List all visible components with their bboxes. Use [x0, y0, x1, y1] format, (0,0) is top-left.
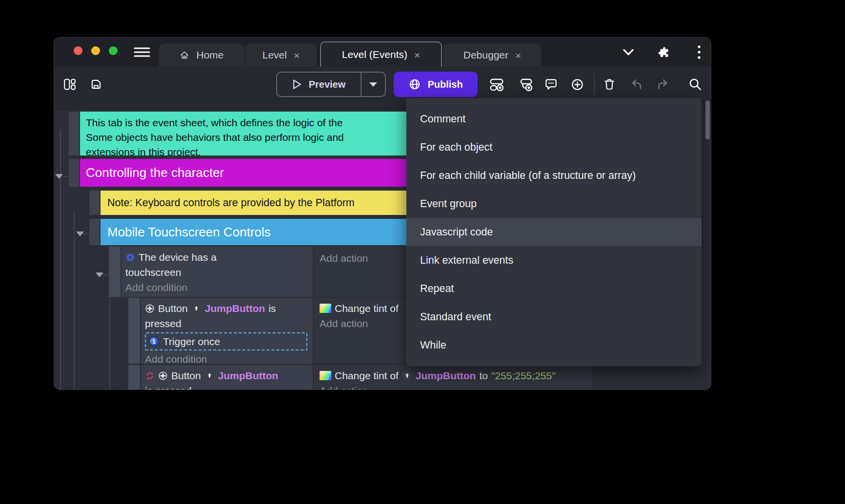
- play-icon: [292, 79, 302, 90]
- comment-margin[interactable]: [69, 112, 79, 155]
- toggle-panels-button[interactable]: [60, 74, 80, 95]
- tab-close-icon[interactable]: ×: [515, 50, 521, 60]
- event-action-cell[interactable]: Change tint of JumpButton to "255;255;25…: [314, 365, 592, 390]
- object-name: JumpButton: [205, 301, 265, 316]
- redo-icon: [657, 78, 669, 91]
- add-action-link[interactable]: Add action: [320, 383, 587, 390]
- tree-guide-line: [74, 211, 75, 389]
- search-button[interactable]: [685, 74, 705, 95]
- preview-split-button: Preview: [276, 72, 386, 97]
- minimize-window-button[interactable]: [91, 46, 100, 55]
- condition-text: is: [268, 301, 276, 316]
- event-margin[interactable]: [128, 365, 140, 390]
- preview-button[interactable]: Preview: [277, 73, 361, 96]
- menu-item-comment[interactable]: Comment: [406, 105, 702, 133]
- tab-debugger[interactable]: Debugger ×: [443, 43, 541, 67]
- event-condition-cell[interactable]: Button JumpButton is pressed: [141, 365, 313, 390]
- gamepad-object-icon: [145, 304, 155, 313]
- note-margin[interactable]: [89, 191, 100, 215]
- plus-circle-icon: [571, 78, 584, 91]
- kebab-menu-icon: [697, 45, 701, 59]
- jumpbutton-sprite-icon: [204, 370, 215, 381]
- tint-effect-icon: [320, 371, 331, 380]
- tree-guide-line: [109, 298, 110, 389]
- menu-item-for-each-object[interactable]: For each object: [406, 133, 702, 161]
- trigger-once-icon: 1: [149, 336, 159, 347]
- menu-item-event-group[interactable]: Event group: [406, 190, 702, 218]
- condition-text: Button: [158, 301, 188, 316]
- tree-guide-line: [60, 130, 61, 389]
- add-event-icon: [490, 78, 503, 91]
- condition-text: touchscreen: [125, 265, 309, 280]
- add-subevent-button[interactable]: [515, 74, 536, 95]
- selected-condition-trigger-once[interactable]: 1 Trigger once: [145, 332, 307, 350]
- action-text: Change tint of: [335, 368, 399, 383]
- main-menu-button[interactable]: [134, 45, 150, 59]
- add-condition-link[interactable]: Add condition: [125, 280, 309, 295]
- action-text: Change tint of: [335, 301, 399, 316]
- desktop: Home Level × Level (Events) × Debugger ×: [0, 0, 845, 504]
- home-icon: [180, 50, 189, 60]
- save-button[interactable]: [86, 74, 106, 95]
- add-comment-button[interactable]: [541, 74, 561, 95]
- condition-text: pressed: [145, 316, 309, 331]
- touch-plugin-icon: [125, 252, 135, 262]
- collapse-arrow-icon[interactable]: [96, 272, 103, 277]
- tab-close-icon[interactable]: ×: [294, 50, 300, 60]
- condition-text: is pressed: [145, 383, 309, 390]
- jumpbutton-sprite-icon: [191, 303, 201, 313]
- tab-label: Home: [196, 49, 223, 61]
- menu-item-standard-event[interactable]: Standard event: [406, 303, 702, 331]
- collapse-arrow-icon[interactable]: [76, 232, 84, 236]
- event-condition-cell[interactable]: The device has a touchscreen Add conditi…: [121, 247, 313, 297]
- add-event-button[interactable]: [486, 74, 507, 95]
- tab-level-events[interactable]: Level (Events) ×: [320, 41, 442, 67]
- condition-text: Trigger once: [163, 334, 220, 349]
- delete-button[interactable]: [599, 74, 620, 95]
- group-title: Mobile Touchscreen Controls: [107, 225, 271, 239]
- menu-item-link-external-events[interactable]: Link external events: [406, 246, 702, 274]
- undo-icon: [630, 78, 643, 91]
- object-name: JumpButton: [218, 368, 279, 383]
- gamepad-object-icon: [158, 371, 168, 381]
- undo-button[interactable]: [626, 74, 646, 95]
- tab-label: Level: [262, 49, 287, 61]
- overflow-menu-button[interactable]: [691, 44, 707, 60]
- tab-close-icon[interactable]: ×: [414, 50, 420, 60]
- maximize-window-button[interactable]: [109, 46, 118, 55]
- collapse-arrow-icon[interactable]: [55, 174, 63, 179]
- jumpbutton-sprite-icon: [402, 370, 412, 381]
- menu-item-repeat[interactable]: Repeat: [406, 274, 702, 303]
- action-value: "255;255;255": [491, 368, 556, 383]
- add-event-context-menu: Comment For each object For each child v…: [406, 98, 702, 366]
- addons-button[interactable]: [656, 44, 672, 60]
- redo-button[interactable]: [653, 74, 673, 95]
- action-text: to: [479, 368, 488, 383]
- group-margin[interactable]: [89, 219, 100, 245]
- condition-text: Button: [171, 368, 201, 383]
- publish-button[interactable]: Publish: [394, 72, 478, 97]
- tab-label: Debugger: [463, 49, 508, 61]
- invert-condition-icon: [145, 371, 155, 381]
- collapse-tabs-button[interactable]: [621, 44, 636, 60]
- tab-level[interactable]: Level ×: [245, 43, 317, 67]
- menu-item-while[interactable]: While: [406, 331, 702, 359]
- preview-dropdown-button[interactable]: [361, 73, 385, 96]
- group-margin[interactable]: [69, 159, 79, 187]
- preview-label: Preview: [309, 79, 346, 90]
- toolbar-divider: [594, 74, 595, 95]
- event-condition-cell[interactable]: Button JumpButton is pressed 1 Trigger o…: [141, 298, 313, 364]
- add-condition-link[interactable]: Add condition: [145, 351, 309, 364]
- event-margin[interactable]: [128, 298, 140, 364]
- menu-item-javascript-code[interactable]: Javascript code: [406, 218, 702, 246]
- menu-item-for-each-child-variable[interactable]: For each child variable (of a structure …: [406, 161, 702, 190]
- close-window-button[interactable]: [74, 46, 82, 55]
- condition-text: The device has a: [139, 250, 217, 265]
- hamburger-icon: [134, 45, 150, 59]
- event-margin[interactable]: [109, 247, 121, 297]
- add-object-button[interactable]: [567, 74, 587, 95]
- trash-icon: [603, 78, 616, 91]
- vertical-scrollbar-thumb[interactable]: [705, 100, 710, 139]
- tab-home[interactable]: Home: [159, 43, 244, 67]
- chevron-down-icon: [623, 49, 634, 56]
